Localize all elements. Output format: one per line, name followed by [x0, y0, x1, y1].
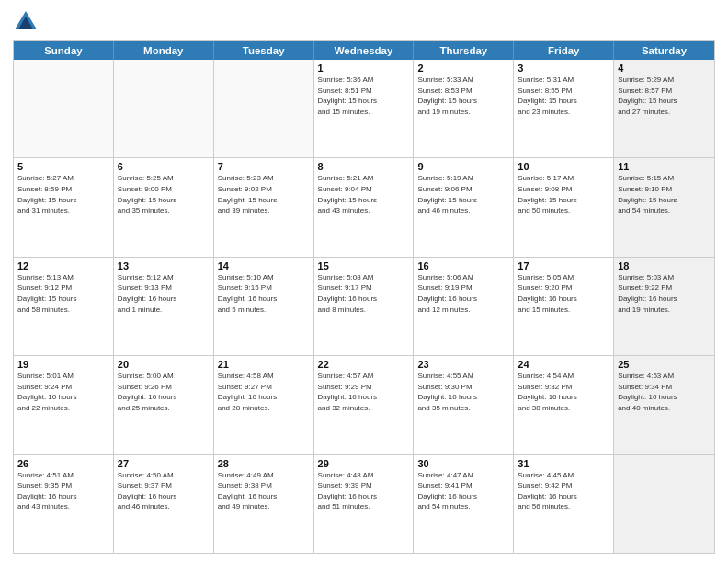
calendar-day-cell: 20Sunrise: 5:00 AM Sunset: 9:26 PM Dayli…	[114, 356, 214, 454]
day-number: 1	[318, 63, 410, 74]
day-number: 28	[218, 458, 310, 469]
calendar-day-cell: 3Sunrise: 5:31 AM Sunset: 8:55 PM Daylig…	[514, 60, 614, 157]
day-info: Sunrise: 4:49 AM Sunset: 9:38 PM Dayligh…	[218, 470, 310, 512]
day-info: Sunrise: 4:47 AM Sunset: 9:41 PM Dayligh…	[417, 470, 509, 512]
day-info: Sunrise: 5:23 AM Sunset: 9:02 PM Dayligh…	[218, 173, 310, 215]
day-info: Sunrise: 5:31 AM Sunset: 8:55 PM Dayligh…	[518, 75, 609, 117]
calendar-day-cell: 5Sunrise: 5:27 AM Sunset: 8:59 PM Daylig…	[14, 158, 114, 256]
calendar-day-cell: 15Sunrise: 5:08 AM Sunset: 9:17 PM Dayli…	[314, 258, 415, 355]
calendar-day-cell: 19Sunrise: 5:01 AM Sunset: 9:24 PM Dayli…	[14, 356, 114, 454]
day-info: Sunrise: 5:19 AM Sunset: 9:06 PM Dayligh…	[417, 173, 509, 215]
calendar-body: 1Sunrise: 5:36 AM Sunset: 8:51 PM Daylig…	[14, 60, 714, 553]
page: SundayMondayTuesdayWednesdayThursdayFrid…	[0, 0, 728, 563]
day-number: 29	[318, 458, 410, 469]
day-info: Sunrise: 5:05 AM Sunset: 9:20 PM Dayligh…	[518, 272, 609, 315]
day-info: Sunrise: 5:17 AM Sunset: 9:08 PM Dayligh…	[518, 173, 609, 215]
day-number: 15	[318, 260, 410, 271]
day-number: 16	[417, 260, 509, 271]
day-number: 22	[318, 359, 410, 370]
day-number: 5	[17, 161, 109, 172]
calendar-day-cell: 14Sunrise: 5:10 AM Sunset: 9:15 PM Dayli…	[214, 258, 314, 355]
calendar-row: 1Sunrise: 5:36 AM Sunset: 8:51 PM Daylig…	[14, 60, 714, 157]
logo-icon	[13, 9, 39, 35]
day-info: Sunrise: 5:03 AM Sunset: 9:22 PM Dayligh…	[618, 272, 711, 315]
day-info: Sunrise: 4:45 AM Sunset: 9:42 PM Dayligh…	[518, 470, 609, 512]
day-number: 12	[17, 260, 109, 271]
day-number: 25	[618, 359, 711, 370]
calendar: SundayMondayTuesdayWednesdayThursdayFrid…	[13, 40, 715, 554]
calendar-row: 19Sunrise: 5:01 AM Sunset: 9:24 PM Dayli…	[14, 355, 714, 454]
day-info: Sunrise: 5:06 AM Sunset: 9:19 PM Dayligh…	[417, 272, 509, 315]
day-number: 18	[618, 260, 711, 271]
day-number: 30	[417, 458, 509, 469]
calendar-day-cell: 18Sunrise: 5:03 AM Sunset: 9:22 PM Dayli…	[614, 258, 714, 355]
calendar-row: 5Sunrise: 5:27 AM Sunset: 8:59 PM Daylig…	[14, 157, 714, 256]
day-info: Sunrise: 5:29 AM Sunset: 8:57 PM Dayligh…	[618, 75, 711, 117]
day-info: Sunrise: 5:15 AM Sunset: 9:10 PM Dayligh…	[618, 173, 711, 215]
header	[13, 9, 715, 35]
weekday-header: Tuesday	[214, 41, 314, 60]
weekday-header: Monday	[114, 41, 214, 60]
weekday-header: Wednesday	[314, 41, 415, 60]
calendar-day-cell: 27Sunrise: 4:50 AM Sunset: 9:37 PM Dayli…	[114, 455, 214, 553]
day-number: 19	[17, 359, 109, 370]
calendar-day-cell: 26Sunrise: 4:51 AM Sunset: 9:35 PM Dayli…	[14, 455, 114, 553]
day-number: 20	[118, 359, 210, 370]
calendar-day-cell: 25Sunrise: 4:53 AM Sunset: 9:34 PM Dayli…	[614, 356, 714, 454]
calendar-day-cell: 1Sunrise: 5:36 AM Sunset: 8:51 PM Daylig…	[314, 60, 415, 157]
calendar-day-cell: 9Sunrise: 5:19 AM Sunset: 9:06 PM Daylig…	[414, 158, 514, 256]
day-info: Sunrise: 5:25 AM Sunset: 9:00 PM Dayligh…	[118, 173, 210, 215]
calendar-day-cell: 23Sunrise: 4:55 AM Sunset: 9:30 PM Dayli…	[414, 356, 514, 454]
day-info: Sunrise: 4:53 AM Sunset: 9:34 PM Dayligh…	[618, 371, 711, 413]
day-info: Sunrise: 5:00 AM Sunset: 9:26 PM Dayligh…	[118, 371, 210, 413]
calendar-empty-cell	[614, 455, 714, 553]
day-number: 8	[318, 161, 410, 172]
day-info: Sunrise: 5:27 AM Sunset: 8:59 PM Dayligh…	[17, 173, 109, 215]
day-info: Sunrise: 4:58 AM Sunset: 9:27 PM Dayligh…	[218, 371, 310, 413]
calendar-header: SundayMondayTuesdayWednesdayThursdayFrid…	[14, 41, 714, 60]
day-number: 2	[417, 63, 509, 74]
calendar-day-cell: 16Sunrise: 5:06 AM Sunset: 9:19 PM Dayli…	[414, 258, 514, 355]
day-info: Sunrise: 5:08 AM Sunset: 9:17 PM Dayligh…	[318, 272, 410, 315]
calendar-day-cell: 29Sunrise: 4:48 AM Sunset: 9:39 PM Dayli…	[314, 455, 415, 553]
day-info: Sunrise: 4:51 AM Sunset: 9:35 PM Dayligh…	[17, 470, 109, 512]
day-number: 4	[618, 63, 711, 74]
calendar-day-cell: 21Sunrise: 4:58 AM Sunset: 9:27 PM Dayli…	[214, 356, 314, 454]
calendar-day-cell: 4Sunrise: 5:29 AM Sunset: 8:57 PM Daylig…	[614, 60, 714, 157]
calendar-day-cell: 7Sunrise: 5:23 AM Sunset: 9:02 PM Daylig…	[214, 158, 314, 256]
day-number: 23	[417, 359, 509, 370]
day-info: Sunrise: 4:48 AM Sunset: 9:39 PM Dayligh…	[318, 470, 410, 512]
calendar-empty-cell	[214, 60, 314, 157]
day-number: 31	[518, 458, 609, 469]
calendar-row: 12Sunrise: 5:13 AM Sunset: 9:12 PM Dayli…	[14, 257, 714, 355]
day-info: Sunrise: 5:01 AM Sunset: 9:24 PM Dayligh…	[17, 371, 109, 413]
day-number: 24	[518, 359, 609, 370]
calendar-day-cell: 6Sunrise: 5:25 AM Sunset: 9:00 PM Daylig…	[114, 158, 214, 256]
calendar-empty-cell	[114, 60, 214, 157]
day-info: Sunrise: 5:10 AM Sunset: 9:15 PM Dayligh…	[218, 272, 310, 315]
day-number: 17	[518, 260, 609, 271]
day-number: 9	[417, 161, 509, 172]
weekday-header: Thursday	[414, 41, 514, 60]
day-number: 26	[17, 458, 109, 469]
day-info: Sunrise: 5:12 AM Sunset: 9:13 PM Dayligh…	[118, 272, 210, 315]
day-info: Sunrise: 5:36 AM Sunset: 8:51 PM Dayligh…	[318, 75, 410, 117]
weekday-header: Saturday	[614, 41, 714, 60]
day-info: Sunrise: 5:13 AM Sunset: 9:12 PM Dayligh…	[17, 272, 109, 315]
day-info: Sunrise: 4:55 AM Sunset: 9:30 PM Dayligh…	[417, 371, 509, 413]
calendar-day-cell: 12Sunrise: 5:13 AM Sunset: 9:12 PM Dayli…	[14, 258, 114, 355]
day-number: 14	[218, 260, 310, 271]
day-number: 21	[218, 359, 310, 370]
day-info: Sunrise: 4:57 AM Sunset: 9:29 PM Dayligh…	[318, 371, 410, 413]
calendar-day-cell: 8Sunrise: 5:21 AM Sunset: 9:04 PM Daylig…	[314, 158, 415, 256]
day-info: Sunrise: 4:50 AM Sunset: 9:37 PM Dayligh…	[118, 470, 210, 512]
calendar-day-cell: 13Sunrise: 5:12 AM Sunset: 9:13 PM Dayli…	[114, 258, 214, 355]
calendar-day-cell: 2Sunrise: 5:33 AM Sunset: 8:53 PM Daylig…	[414, 60, 514, 157]
weekday-header: Sunday	[14, 41, 114, 60]
day-number: 13	[118, 260, 210, 271]
day-number: 6	[118, 161, 210, 172]
day-number: 10	[518, 161, 609, 172]
calendar-day-cell: 31Sunrise: 4:45 AM Sunset: 9:42 PM Dayli…	[514, 455, 614, 553]
logo	[13, 9, 42, 35]
day-info: Sunrise: 4:54 AM Sunset: 9:32 PM Dayligh…	[518, 371, 609, 413]
